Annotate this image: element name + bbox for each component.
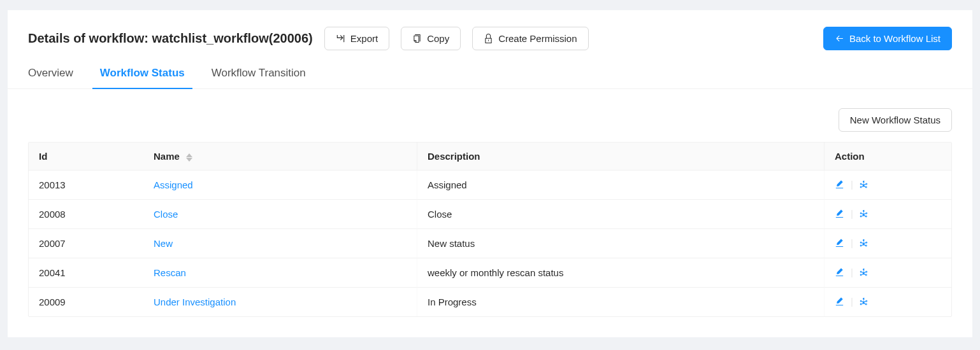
- table-row: 20008 Close Close |: [29, 200, 951, 229]
- branch-icon[interactable]: [860, 209, 869, 218]
- col-header-description: Description: [417, 143, 824, 171]
- edit-icon[interactable]: [835, 238, 844, 248]
- cell-id: 20013: [29, 171, 143, 200]
- table-row: 20041 Rescan weekly or monthly rescan st…: [29, 258, 951, 288]
- tab-workflow-transition[interactable]: Workflow Transition: [212, 60, 306, 88]
- lock-icon: [484, 34, 493, 43]
- arrow-left-icon: [835, 34, 844, 43]
- branch-icon[interactable]: [860, 267, 869, 277]
- copy-icon: [412, 34, 422, 43]
- export-label: Export: [350, 32, 378, 45]
- cell-id: 20008: [29, 200, 143, 229]
- tabs: Overview Workflow Status Workflow Transi…: [8, 60, 972, 89]
- status-table: Id Name Description Action 20013 Assigne…: [28, 142, 952, 317]
- cell-description: Assigned: [417, 171, 824, 200]
- divider: |: [851, 237, 853, 248]
- edit-icon[interactable]: [835, 267, 844, 277]
- export-icon: [336, 34, 345, 43]
- divider: |: [851, 267, 853, 277]
- cell-id: 20007: [29, 229, 143, 258]
- col-header-name[interactable]: Name: [143, 143, 417, 171]
- tab-workflow-status[interactable]: Workflow Status: [100, 60, 185, 88]
- table-row: 20013 Assigned Assigned |: [29, 171, 951, 200]
- col-header-action: Action: [824, 143, 951, 171]
- cell-name-link[interactable]: Close: [154, 209, 178, 220]
- create-permission-label: Create Permission: [498, 32, 577, 45]
- table-row: 20007 New New status |: [29, 229, 951, 258]
- table-row: 20009 Under Investigation In Progress |: [29, 288, 951, 316]
- cell-description: Close: [417, 200, 824, 229]
- cell-name-link[interactable]: Under Investigation: [154, 297, 236, 307]
- branch-icon[interactable]: [860, 238, 869, 248]
- edit-icon[interactable]: [835, 209, 844, 218]
- cell-description: weekly or monthly rescan status: [417, 258, 824, 288]
- tab-overview[interactable]: Overview: [28, 60, 73, 88]
- cell-name-link[interactable]: Assigned: [154, 179, 193, 190]
- col-header-id: Id: [29, 143, 143, 171]
- edit-icon[interactable]: [835, 179, 844, 189]
- copy-label: Copy: [427, 32, 449, 45]
- back-label: Back to Workflow List: [849, 32, 940, 45]
- cell-name-link[interactable]: Rescan: [154, 267, 186, 278]
- copy-button[interactable]: Copy: [401, 27, 461, 50]
- cell-description: In Progress: [417, 288, 824, 316]
- divider: |: [851, 296, 853, 307]
- back-button[interactable]: Back to Workflow List: [823, 27, 952, 50]
- branch-icon[interactable]: [860, 179, 869, 189]
- sort-icon: [186, 153, 192, 162]
- cell-name-link[interactable]: New: [154, 238, 173, 249]
- export-button[interactable]: Export: [324, 27, 389, 50]
- edit-icon[interactable]: [835, 297, 844, 306]
- create-permission-button[interactable]: Create Permission: [472, 27, 588, 50]
- new-workflow-status-button[interactable]: New Workflow Status: [839, 108, 952, 132]
- page-title: Details of workflow: watchlist_workflow(…: [28, 31, 313, 46]
- divider: |: [851, 208, 853, 219]
- cell-id: 20041: [29, 258, 143, 288]
- col-header-name-label: Name: [154, 151, 180, 162]
- divider: |: [851, 179, 853, 190]
- cell-description: New status: [417, 229, 824, 258]
- branch-icon[interactable]: [860, 297, 869, 306]
- cell-id: 20009: [29, 288, 143, 316]
